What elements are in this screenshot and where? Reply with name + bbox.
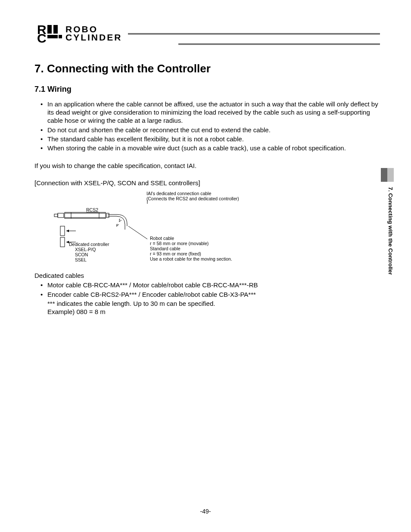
change-spec-note: If you wish to change the cable specific…: [34, 162, 380, 170]
diagram-top-label-1: IAI's dedicated connection cable: [146, 191, 211, 196]
diagram-cable-r1: r = 58 mm or more (movable): [150, 241, 209, 246]
connection-header: [Connection with XSEL-P/Q, SCON and SSEL…: [34, 179, 380, 187]
page-number: -49-: [0, 508, 411, 515]
cable-bullets: Motor cable CB-RCC-MA*** / Motor cable/r…: [34, 281, 380, 298]
logo: R C ROBO CYLINDER: [34, 24, 122, 44]
diagram-controller-3: SSEL: [75, 257, 87, 263]
diagram-cable-std: Standard cable: [150, 246, 181, 252]
svg-rect-2: [47, 25, 52, 34]
side-tab: [381, 168, 394, 182]
header-rule: [128, 33, 380, 34]
connection-diagram: IAI's dedicated connection cable (Connec…: [47, 191, 254, 264]
cable-sub-2: Example) 080 = 8 m: [47, 308, 380, 316]
svg-rect-14: [60, 226, 65, 236]
diagram-controller-hdr: Dedicated controller: [69, 242, 109, 247]
diagram-controller-2: SCON: [75, 252, 88, 258]
wiring-bullet: The standard cable has excellent flexibi…: [40, 135, 380, 143]
svg-rect-15: [60, 237, 65, 247]
diagram-cable-hdr: Robot cable: [150, 236, 174, 241]
wiring-bullet: When storing the cable in a movable wire…: [40, 144, 380, 152]
svg-rect-7: [106, 213, 109, 218]
wiring-bullet: Do not cut and shorten the cable or reco…: [40, 126, 380, 134]
svg-rect-9: [54, 214, 58, 217]
svg-marker-17: [66, 230, 69, 232]
svg-rect-3: [53, 25, 58, 34]
rc-icon: R C: [34, 24, 64, 44]
svg-rect-4: [47, 35, 58, 38]
diagram-rcs2-label: RCS2: [86, 207, 98, 213]
heading-main: 7. Connecting with the Controller: [34, 62, 380, 75]
header-logo-row: R C ROBO CYLINDER: [34, 24, 380, 44]
logo-line2: CYLINDER: [65, 34, 122, 42]
side-section-label: 7. Connecting with the Controller: [381, 185, 394, 314]
dedicated-cables-header: Dedicated cables: [34, 272, 380, 279]
wiring-bullets: In an application where the cable cannot…: [34, 100, 380, 152]
diagram-cable-note: Use a robot cable for the moving section…: [150, 256, 232, 262]
svg-rect-5: [59, 35, 62, 38]
cable-sub-1: *** indicates the cable length. Up to 30…: [47, 299, 380, 308]
svg-text:C: C: [37, 31, 47, 44]
heading-sub: 7.1 Wiring: [34, 85, 380, 94]
header-rule-2: [34, 44, 380, 45]
svg-rect-8: [58, 213, 64, 218]
wiring-bullet: In an application where the cable cannot…: [40, 100, 380, 125]
cable-bullet: Motor cable CB-RCC-MA*** / Motor cable/r…: [40, 281, 380, 289]
svg-line-23: [128, 226, 147, 239]
cable-bullet: Encoder cable CB-RCS2-PA*** / Encoder ca…: [40, 290, 380, 299]
diagram-cable-r2: r = 93 mm or more (fixed): [150, 251, 201, 257]
diagram-controller-1: XSEL-P/Q: [75, 247, 96, 252]
diagram-top-label-2: (Connects the RCS2 and dedicated control…: [146, 196, 239, 202]
